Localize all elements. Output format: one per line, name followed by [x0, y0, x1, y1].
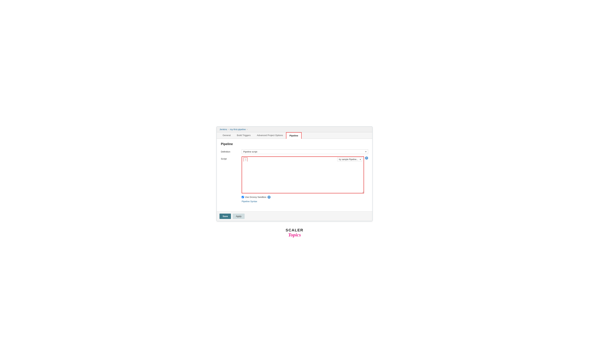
- definition-dropdown-wrapper: Pipeline script ▼: [242, 149, 368, 154]
- tab-advanced-options[interactable]: Advanced Project Options: [254, 132, 286, 139]
- tabs-bar: General Build Triggers Advanced Project …: [217, 132, 372, 139]
- groovy-sandbox-help-icon[interactable]: ?: [267, 195, 271, 199]
- pipeline-syntax-link[interactable]: Pipeline Syntax: [242, 200, 257, 203]
- script-row: Script 1 try sample Pipeline... Hello Wo…: [221, 156, 368, 194]
- tab-build-triggers[interactable]: Build Triggers: [234, 132, 254, 139]
- definition-select[interactable]: Pipeline script: [242, 149, 368, 154]
- definition-label: Definition: [221, 149, 242, 153]
- apply-button[interactable]: Apply: [233, 214, 245, 219]
- tab-general[interactable]: General: [219, 132, 234, 139]
- branding-topics-text: Topics: [288, 232, 301, 238]
- groovy-sandbox-label[interactable]: Use Groovy Sandbox: [245, 196, 266, 198]
- branding-scaler-text: SCALER: [286, 228, 303, 232]
- section-title: Pipeline: [221, 142, 368, 146]
- pipeline-syntax-link-wrap: Pipeline Syntax: [242, 200, 368, 203]
- groovy-sandbox-row: Use Groovy Sandbox ?: [242, 195, 368, 199]
- browser-window: Jenkins › my-first-pipeline › General Bu…: [217, 127, 372, 221]
- save-button[interactable]: Save: [219, 214, 231, 219]
- script-textarea[interactable]: [242, 162, 364, 193]
- script-help-icon[interactable]: ?: [365, 156, 368, 160]
- tab-pipeline[interactable]: Pipeline: [286, 132, 302, 139]
- main-content: Pipeline Definition Pipeline script ▼ Sc…: [217, 139, 372, 211]
- branding: SCALER Topics: [286, 228, 303, 238]
- definition-row: Definition Pipeline script ▼: [221, 149, 368, 154]
- breadcrumb-sep-2: ›: [247, 128, 248, 130]
- groovy-sandbox-checkbox[interactable]: [242, 196, 244, 198]
- breadcrumb-sep-1: ›: [228, 128, 229, 130]
- try-sample-wrap: try sample Pipeline... Hello World Scrip…: [337, 157, 362, 161]
- bottom-bar: Save Apply: [217, 211, 372, 221]
- try-sample-select[interactable]: try sample Pipeline... Hello World Scrip…: [337, 157, 362, 161]
- script-label: Script: [221, 156, 242, 160]
- script-editor-wrap: 1 try sample Pipeline... Hello World Scr…: [242, 156, 364, 194]
- breadcrumb-jenkins[interactable]: Jenkins: [219, 128, 227, 131]
- definition-select-wrap: Pipeline script ▼: [242, 149, 368, 154]
- script-top-section: 1 try sample Pipeline... Hello World Scr…: [242, 156, 364, 162]
- script-line-number: 1: [243, 157, 248, 162]
- breadcrumb-pipeline[interactable]: my-first-pipeline: [230, 128, 246, 131]
- breadcrumb-bar: Jenkins › my-first-pipeline ›: [217, 127, 372, 132]
